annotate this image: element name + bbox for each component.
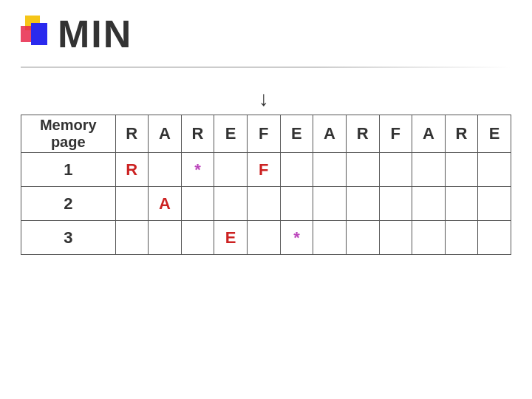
col-header-R1: R: [115, 115, 149, 153]
row1-col8: [346, 153, 379, 187]
row3-col1: [115, 221, 149, 255]
row1-col11: [445, 153, 478, 187]
row2-col4: [214, 187, 248, 221]
row1-col10: [412, 153, 446, 187]
row3-col12: [478, 221, 511, 255]
row2-col12: [478, 187, 511, 221]
col-header-E2: E: [280, 115, 313, 153]
row1-col12: [478, 153, 511, 187]
row3-col10: [412, 221, 446, 255]
col-header-A2: A: [313, 115, 347, 153]
divider-line: [21, 66, 511, 68]
row3-col7: [313, 221, 347, 255]
logo-icon: [21, 16, 52, 51]
row1-col5: F: [248, 153, 281, 187]
row3-col5: [248, 221, 281, 255]
table-header-label: Memory page: [21, 115, 116, 153]
row3-col4: E: [214, 221, 248, 255]
row3-col3: [181, 221, 214, 255]
col-header-R4: R: [445, 115, 478, 153]
col-header-A3: A: [412, 115, 446, 153]
row3-col8: [346, 221, 379, 255]
row3-col2: [149, 221, 182, 255]
row1-col6: [280, 153, 313, 187]
row2-col7: [313, 187, 347, 221]
blue-block: [31, 23, 47, 45]
row2-col5: [248, 187, 281, 221]
row2-col1: [115, 187, 149, 221]
row3-col11: [445, 221, 478, 255]
memory-table-container: Memory page R A R E F E A R F A R E 1 R: [21, 115, 511, 255]
col-header-F2: F: [379, 115, 412, 153]
row1-col1: R: [115, 153, 149, 187]
col-header-A1: A: [149, 115, 182, 153]
table-row: 1 R * F: [21, 153, 511, 187]
row3-col9: [379, 221, 412, 255]
logo-area: MIN: [21, 13, 132, 53]
col-header-E3: E: [478, 115, 511, 153]
row1-col9: [379, 153, 412, 187]
col-header-R2: R: [181, 115, 214, 153]
row1-col3: *: [181, 153, 214, 187]
row2-col6: [280, 187, 313, 221]
table-row: 3 E *: [21, 221, 511, 255]
arrow-down-icon: ↓: [259, 87, 269, 111]
row-1-num: 1: [21, 153, 116, 187]
row3-col6: *: [280, 221, 313, 255]
row1-col4: [214, 153, 248, 187]
page-title: MIN: [58, 13, 132, 53]
row2-col9: [379, 187, 412, 221]
row1-col7: [313, 153, 347, 187]
col-header-R3: R: [346, 115, 379, 153]
row2-col8: [346, 187, 379, 221]
col-header-E1: E: [214, 115, 248, 153]
row2-col2: A: [149, 187, 182, 221]
row2-col3: [181, 187, 214, 221]
memory-table: Memory page R A R E F E A R F A R E 1 R: [21, 115, 511, 255]
table-header-row: Memory page R A R E F E A R F A R E: [21, 115, 511, 153]
row2-col10: [412, 187, 446, 221]
col-header-F1: F: [248, 115, 281, 153]
row-3-num: 3: [21, 221, 116, 255]
row1-col2: [149, 153, 182, 187]
row-2-num: 2: [21, 187, 116, 221]
row2-col11: [445, 187, 478, 221]
table-row: 2 A: [21, 187, 511, 221]
